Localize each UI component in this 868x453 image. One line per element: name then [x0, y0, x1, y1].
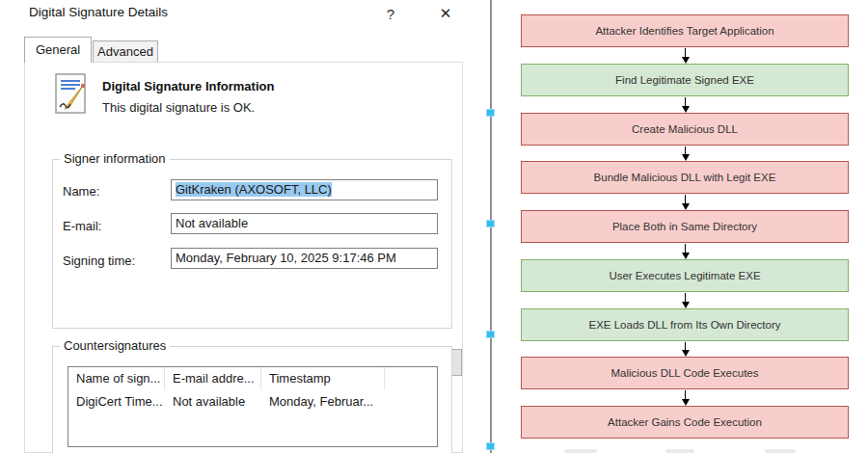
- divider-selection-handle[interactable]: [486, 331, 495, 338]
- tab-general[interactable]: General: [24, 37, 92, 63]
- cutoff-fragment: [564, 449, 597, 453]
- column-header-filler: [385, 367, 435, 390]
- divider-selection-handle[interactable]: [486, 442, 495, 450]
- arrow-down-icon: [680, 195, 691, 210]
- general-tab-panel: Digital Signature Information This digit…: [24, 62, 463, 453]
- arrow-down-icon: [680, 293, 691, 308]
- name-field[interactable]: GitKraken (AXOSOFT, LLC): [171, 179, 438, 200]
- signed-document-icon: [54, 73, 91, 116]
- column-header-timestamp[interactable]: Timestamp: [261, 367, 385, 390]
- signer-information-legend: Signer information: [60, 151, 170, 166]
- email-label: E-mail:: [63, 219, 101, 233]
- name-label: Name:: [63, 184, 99, 199]
- divider-selection-handle[interactable]: [486, 109, 495, 117]
- signature-status-text: This digital signature is OK.: [102, 100, 255, 115]
- countersignature-name-cell: DigiCert Time...: [68, 394, 165, 409]
- flow-step-5[interactable]: Place Both in Same Directory: [521, 210, 849, 243]
- arrow-down-icon: [680, 390, 691, 406]
- email-field[interactable]: Not available: [171, 213, 438, 234]
- help-icon[interactable]: ?: [380, 3, 401, 24]
- flow-step-8[interactable]: Malicious DLL Code Executes: [521, 357, 849, 389]
- signature-info-heading: Digital Signature Information: [102, 79, 274, 93]
- screenshot-root: Digital Signature Details ? ✕ General Ad…: [0, 0, 868, 453]
- divider-selection-handle[interactable]: [486, 220, 495, 227]
- signing-time-field[interactable]: Monday, February 10, 2025 9:17:46 PM: [171, 248, 438, 269]
- flow-step-1[interactable]: Attacker Identifies Target Application: [521, 14, 849, 47]
- flow-step-2[interactable]: Find Legitimate Signed EXE: [521, 64, 849, 96]
- flow-step-6[interactable]: User Executes Legitimate EXE: [521, 259, 849, 292]
- arrow-down-icon: [680, 244, 691, 259]
- column-header-name[interactable]: Name of sign...: [68, 367, 165, 390]
- cutoff-fragment: [665, 449, 694, 453]
- countersignatures-group: Countersignatures Name of sign... E-mail…: [52, 346, 452, 453]
- flow-step-3[interactable]: Create Malicious DLL: [521, 113, 849, 146]
- close-icon[interactable]: ✕: [434, 2, 457, 25]
- flow-step-9[interactable]: Attacker Gains Code Execution: [521, 406, 849, 439]
- arrow-down-icon: [680, 97, 691, 113]
- arrow-down-icon: [680, 147, 691, 161]
- countersignature-email-cell: Not available: [165, 394, 261, 409]
- arrow-down-icon: [680, 48, 691, 64]
- name-value-selected: GitKraken (AXOSOFT, LLC): [176, 182, 332, 197]
- countersignatures-legend: Countersignatures: [60, 338, 170, 353]
- column-header-email[interactable]: E-mail addre...: [165, 367, 261, 390]
- dialog-title: Digital Signature Details: [29, 5, 168, 19]
- countersignature-timestamp-cell: Monday, Februar...: [261, 394, 385, 409]
- signing-time-label: Signing time:: [63, 253, 135, 268]
- flow-step-7[interactable]: EXE Loads DLL from Its Own Directory: [521, 308, 849, 341]
- tab-advanced[interactable]: Advanced: [93, 40, 158, 63]
- countersignatures-header: Name of sign... E-mail addre... Timestam…: [68, 367, 437, 390]
- cutoff-fragment: [765, 449, 796, 453]
- arrow-down-icon: [680, 342, 691, 357]
- flow-step-4[interactable]: Bundle Malicious DLL with Legit EXE: [521, 161, 849, 194]
- signer-information-group: Signer information Name: GitKraken (AXOS…: [52, 159, 452, 329]
- countersignatures-list[interactable]: Name of sign... E-mail addre... Timestam…: [68, 366, 438, 447]
- countersignature-row[interactable]: DigiCert Time... Not available Monday, F…: [68, 390, 437, 412]
